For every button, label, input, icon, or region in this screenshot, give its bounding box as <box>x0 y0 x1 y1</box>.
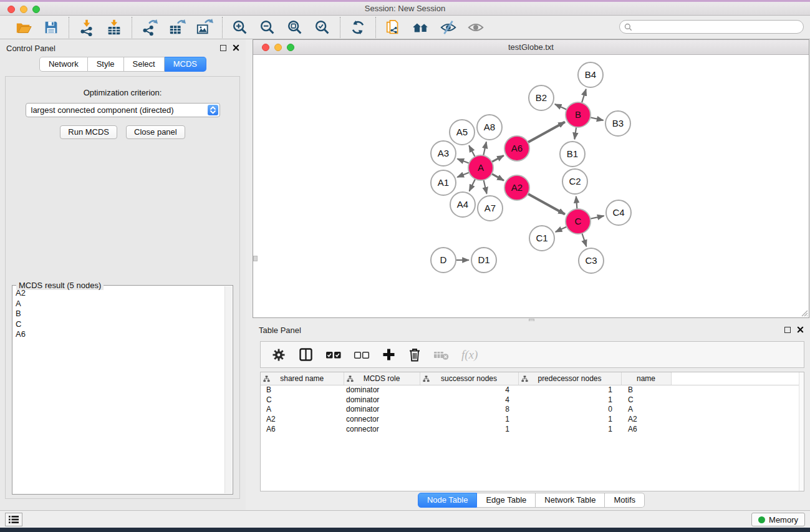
mcds-result-item[interactable]: A2 <box>16 288 224 299</box>
deselect-all-icon[interactable] <box>354 350 370 360</box>
double-home-icon[interactable] <box>411 17 431 37</box>
float-panel-icon[interactable] <box>220 45 226 51</box>
graph-edge[interactable] <box>492 155 504 162</box>
table-cell[interactable]: 1 <box>518 385 621 395</box>
table-cell[interactable]: 8 <box>420 404 518 414</box>
tab-style[interactable]: Style <box>88 57 124 72</box>
optimization-criterion-select[interactable]: largest connected component (directed) <box>26 103 220 117</box>
tab-network-table[interactable]: Network Table <box>536 493 605 508</box>
table-cell[interactable]: 1 <box>420 414 518 424</box>
export-network-icon[interactable] <box>140 17 160 37</box>
table-cell[interactable]: 1 <box>420 424 518 434</box>
mcds-result-item[interactable]: A <box>16 299 224 309</box>
table-scrollbar[interactable] <box>799 372 804 491</box>
open-session-icon[interactable] <box>14 17 34 37</box>
table-cell[interactable]: A6 <box>621 424 671 434</box>
zoom-selected-icon[interactable] <box>312 17 332 37</box>
result-scrollbar[interactable] <box>224 286 232 493</box>
splitter-handle[interactable] <box>253 256 258 261</box>
search-input[interactable] <box>635 21 803 32</box>
column-header-predecessor-nodes[interactable]: predecessor nodes <box>518 372 621 385</box>
gear-icon[interactable] <box>271 347 286 362</box>
table-cell[interactable]: 1 <box>518 414 621 424</box>
column-header-name[interactable]: name <box>621 372 671 385</box>
graph-edge[interactable] <box>457 172 469 177</box>
import-network-icon[interactable] <box>77 17 97 37</box>
table-cell[interactable]: 1 <box>518 424 621 434</box>
float-table-panel-icon[interactable] <box>784 327 791 333</box>
table-cell[interactable]: A2 <box>261 414 344 424</box>
graph-edge[interactable] <box>591 117 604 120</box>
table-cell[interactable]: B <box>621 385 671 395</box>
zoom-in-icon[interactable] <box>230 17 250 37</box>
hide-eye-icon[interactable] <box>438 17 458 37</box>
table-cell[interactable]: A6 <box>261 424 344 434</box>
add-column-icon[interactable] <box>382 347 396 362</box>
graph-edge[interactable] <box>582 233 586 246</box>
close-panel-button[interactable]: Close panel <box>126 125 185 139</box>
table-cell[interactable]: connector <box>344 414 420 424</box>
tab-mcds[interactable]: MCDS <box>165 57 206 72</box>
table-cell[interactable]: A <box>621 404 671 414</box>
table-cell[interactable]: 1 <box>518 395 621 405</box>
tab-select[interactable]: Select <box>124 57 165 72</box>
table-row[interactable]: Bdominator41B <box>261 385 804 395</box>
graph-edge[interactable] <box>492 174 504 181</box>
close-table-panel-icon[interactable] <box>797 326 804 333</box>
table-cell[interactable]: A2 <box>621 414 671 424</box>
table-cell[interactable]: A <box>261 404 344 414</box>
table-cell[interactable]: 0 <box>518 404 621 414</box>
graph-edge[interactable] <box>555 104 567 110</box>
graph-edge[interactable] <box>582 89 586 103</box>
table-cell[interactable]: dominator <box>344 395 420 405</box>
table-cell[interactable]: B <box>261 385 344 395</box>
table-row[interactable]: Cdominator41C <box>261 395 804 405</box>
run-mcds-button[interactable]: Run MCDS <box>60 125 117 139</box>
column-header-mcds-role[interactable]: MCDS role <box>344 372 420 385</box>
graph-edge[interactable] <box>556 226 567 231</box>
zoom-out-icon[interactable] <box>258 17 277 37</box>
graph-edge[interactable] <box>483 180 486 193</box>
table-cell[interactable]: dominator <box>344 404 420 414</box>
save-session-icon[interactable] <box>41 17 61 37</box>
task-history-button[interactable] <box>5 513 22 526</box>
table-row[interactable]: A2connector11A2 <box>261 414 804 424</box>
tab-network[interactable]: Network <box>39 57 88 72</box>
tab-motifs[interactable]: Motifs <box>605 493 645 508</box>
graph-edge[interactable] <box>591 216 604 219</box>
table-cell[interactable]: 4 <box>420 385 518 395</box>
tab-node-table[interactable]: Node Table <box>418 493 478 508</box>
table-cell[interactable]: C <box>621 395 671 405</box>
column-header-successor-nodes[interactable]: successor nodes <box>420 372 518 385</box>
delete-table-icon[interactable] <box>433 348 450 362</box>
graph-edge[interactable] <box>528 194 565 215</box>
export-image-icon[interactable] <box>195 17 215 37</box>
graph-edge[interactable] <box>469 145 475 157</box>
search-box[interactable] <box>619 20 804 34</box>
tab-edge-table[interactable]: Edge Table <box>477 493 536 508</box>
graph-edge[interactable] <box>470 179 476 191</box>
network-canvas[interactable]: B4B2BB3A8A5A6A3B1AA1C2A2A4A7C4CC1C3DD1 <box>253 55 809 317</box>
export-table-icon[interactable] <box>167 17 187 37</box>
column-header-shared-name[interactable]: shared name <box>261 372 344 385</box>
show-eye-icon[interactable] <box>466 17 486 37</box>
mcds-result-item[interactable]: A6 <box>16 329 224 340</box>
table-cell[interactable]: dominator <box>344 385 420 395</box>
delete-column-icon[interactable] <box>408 347 422 362</box>
zoom-fit-icon[interactable] <box>285 17 305 37</box>
graph-edge[interactable] <box>483 142 486 155</box>
mcds-result-item[interactable]: B <box>16 309 224 319</box>
graph-edge[interactable] <box>576 196 577 209</box>
mcds-result-item[interactable]: C <box>16 319 224 330</box>
table-row[interactable]: A6connector11A6 <box>261 424 804 434</box>
graph-edge[interactable] <box>457 159 469 163</box>
graph-edge[interactable] <box>528 122 565 143</box>
table-cell[interactable]: C <box>261 395 344 405</box>
refresh-icon[interactable] <box>348 17 368 37</box>
table-row[interactable]: Adominator80A <box>261 404 804 414</box>
memory-button[interactable]: Memory <box>751 513 805 526</box>
close-panel-icon[interactable] <box>233 44 239 51</box>
import-table-icon[interactable] <box>104 17 124 37</box>
mcds-result-list[interactable]: A2ABCA6 <box>13 287 224 493</box>
graph-edge[interactable] <box>574 127 576 139</box>
